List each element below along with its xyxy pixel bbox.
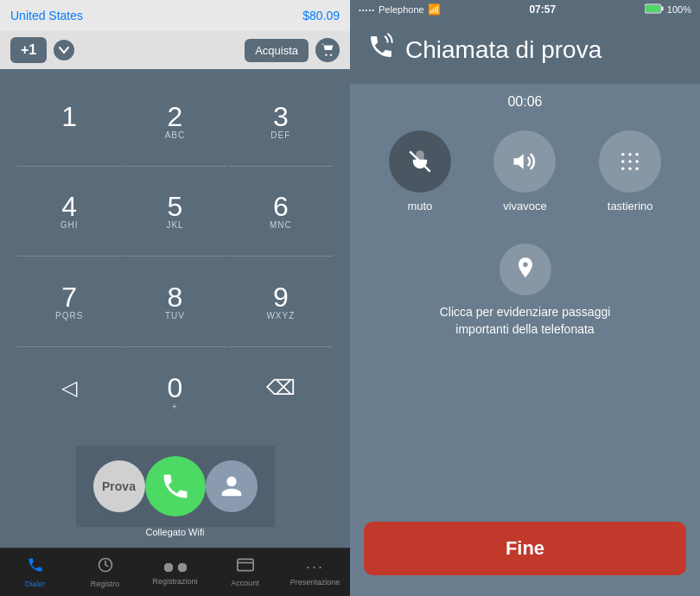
call-section: Prova Collegato Wifi [0,446,350,548]
nav-dialer-label: Dialer [25,580,46,588]
dial-number: 4 [61,193,77,220]
clock-nav-icon [97,556,114,578]
status-time: 07:57 [529,3,556,16]
dial-number: 5 [168,193,183,220]
end-call-section: Fine [350,522,700,596]
bottom-nav: Dialer Registro ⏺⏺ Registrazioni Accou [0,548,350,596]
speaker-control[interactable]: vivavoce [493,130,556,212]
svg-point-1 [330,54,332,55]
wifi-label: Collegato Wifi [146,527,205,537]
dial-number: ⌫ [266,377,296,398]
status-bar: ••••• Pelephone 📶 07:57 100% [350,0,700,19]
location-pin-icon [513,256,538,283]
speaker-icon [512,149,538,174]
person-icon [220,474,244,498]
svg-rect-6 [661,7,663,11]
svg-point-20 [636,167,640,170]
highlight-description: Clicca per evidenziare passaggi importan… [439,304,612,338]
dialpad: 12ABC3DEF4GHI5JKL6MNC7PQRS8TUV9WXYZ◁0+⌫ [0,69,350,446]
nav-presentazione-label: Presentazione [290,578,340,586]
dial-key-2[interactable]: 3DEF [229,78,333,167]
call-button[interactable] [145,456,206,517]
active-call-panel: ••••• Pelephone 📶 07:57 100% [350,0,700,596]
dial-key-5[interactable]: 6MNC [229,168,333,257]
dial-key-6[interactable]: 7PQRS [17,258,121,347]
country-code-button[interactable]: +1 [10,37,47,63]
nav-dialer[interactable]: Dialer [0,548,70,596]
dial-letters: JKL [166,220,183,231]
nav-registrazioni[interactable]: ⏺⏺ Registrazioni [140,548,210,596]
country-name: United States [10,9,83,22]
keypad-icon [618,149,642,174]
dial-letters: PQRS [55,311,83,321]
keypad-label: tastierino [608,200,653,212]
dial-key-8[interactable]: 9WXYZ [229,258,333,347]
svg-point-13 [628,153,632,156]
dial-key-4[interactable]: 5JKL [123,168,226,257]
carrier-name: Pelephone [379,4,424,15]
dial-number: 0 [168,374,183,402]
dial-letters: ABC [165,130,186,141]
phone-icon [160,471,191,502]
card-nav-icon [237,557,254,577]
top-bar: United States $80.09 [0,0,350,31]
dial-key-0[interactable]: 1 [17,78,121,167]
dial-key-10[interactable]: 0+ [123,349,226,438]
country-row: +1 Acquista [0,31,350,69]
acquista-button[interactable]: Acquista [245,39,309,62]
dial-key-9[interactable]: ◁ [17,349,121,438]
svg-point-18 [621,167,625,170]
dial-key-7[interactable]: 8TUV [123,258,226,347]
battery-icon [645,3,664,16]
prova-button[interactable]: Prova [93,460,145,512]
svg-point-19 [628,167,632,170]
dial-letters: TUV [165,311,185,321]
balance: $80.09 [302,9,340,22]
end-call-button[interactable]: Fine [364,522,686,575]
call-timer: 00:06 [350,84,700,117]
nav-presentazione[interactable]: ··· Presentazione [280,548,350,596]
dial-number: 1 [61,103,77,130]
more-nav-icon: ··· [306,558,324,576]
nav-registrazioni-label: Registrazioni [152,577,197,586]
mute-button[interactable] [389,130,451,193]
svg-point-16 [628,160,632,163]
battery-section: 100% [645,3,691,16]
dial-number: 2 [168,103,183,130]
svg-point-15 [621,160,625,163]
dial-letters: WXYZ [266,311,295,321]
dropdown-arrow[interactable] [54,40,74,60]
shopping-cart-icon [321,43,334,57]
dial-key-1[interactable]: 2ABC [123,78,226,167]
nav-account-label: Account [231,579,259,587]
voicemail-nav-icon: ⏺⏺ [162,560,189,575]
svg-point-12 [621,153,625,156]
dial-key-3[interactable]: 4GHI [17,168,121,257]
call-title: Chiamata di prova [405,36,601,64]
chevron-down-icon [58,44,70,56]
nav-registro[interactable]: Registro [70,548,140,596]
signal-dots: ••••• [359,6,375,14]
contacts-button[interactable] [206,460,258,512]
keypad-button[interactable] [599,130,661,193]
highlight-button[interactable] [500,244,551,295]
call-controls: muto vivavoce tastierino [350,117,700,226]
svg-rect-3 [237,559,252,570]
dial-number: 3 [273,103,289,130]
speaker-button[interactable] [493,130,556,193]
nav-account[interactable]: Account [210,548,280,596]
svg-rect-7 [646,5,660,12]
highlight-section: Clicca per evidenziare passaggi importan… [350,226,700,355]
action-row: Prova [76,446,275,527]
dial-key-11[interactable]: ⌫ [229,349,333,438]
cart-icon[interactable] [315,38,340,62]
call-phone-icon [367,33,395,67]
mute-control[interactable]: muto [389,130,451,212]
dial-number: ◁ [61,377,77,398]
wifi-status-icon: 📶 [428,3,441,16]
dial-number: 8 [168,283,183,311]
dial-letters: DEF [270,130,290,141]
speaker-label: vivavoce [503,200,547,212]
keypad-control[interactable]: tastierino [599,130,661,212]
phone-nav-icon [27,556,44,578]
